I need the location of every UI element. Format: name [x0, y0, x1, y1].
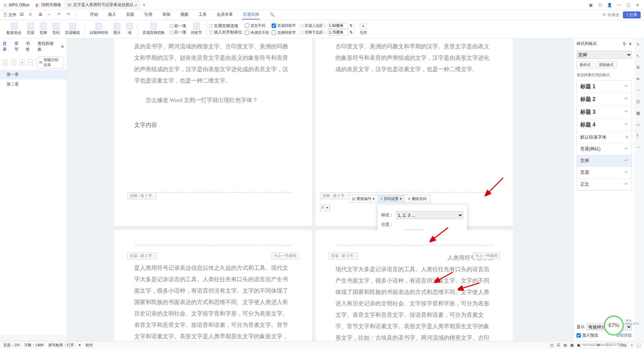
- theme-icon[interactable]: ⬡: [598, 3, 602, 7]
- tool-overflow-icon[interactable]: ⋯: [636, 145, 642, 151]
- view-mode-icon[interactable]: ▣: [577, 343, 580, 347]
- tool-review-icon[interactable]: ☑: [636, 99, 642, 105]
- inp-footer-bottom[interactable]: [328, 30, 348, 36]
- view-mode-icon[interactable]: ◫: [550, 343, 553, 347]
- pagenum-indicator[interactable]: #▾: [320, 204, 330, 211]
- menu-insert[interactable]: 插入: [107, 10, 117, 19]
- tb-renumber[interactable]: ▤重新编号▾: [349, 195, 378, 202]
- menu-ref[interactable]: 引用: [144, 10, 153, 19]
- inp-header-top[interactable]: [328, 23, 348, 29]
- menu-home[interactable]: 开始: [89, 10, 99, 19]
- tab-add[interactable]: +: [140, 0, 148, 10]
- rbn-align-tab[interactable]: ⬚ 插入对齐制表位: [209, 30, 242, 35]
- tool-more-icon[interactable]: ⋯: [636, 88, 642, 94]
- style-header[interactable]: 页眉↵: [577, 167, 632, 179]
- nav-tab-find[interactable]: 查找和替换: [38, 41, 57, 52]
- close-icon[interactable]: ✕: [635, 3, 640, 7]
- nav-remove[interactable]: －: [28, 59, 33, 65]
- spin-btns[interactable]: ⇅: [350, 30, 353, 35]
- rbn-hf-options[interactable]: ⬚ 页眉页脚选项: [209, 23, 242, 29]
- rbn-header-line[interactable]: 页眉横线: [62, 23, 83, 35]
- chk-header-same[interactable]: 页眉同前节: [272, 22, 296, 29]
- menu-view[interactable]: 视图: [180, 10, 189, 19]
- rbn-same-prev[interactable]: 同前节: [188, 23, 205, 35]
- nav-smart-toc[interactable]: ⟳智能识别目录: [36, 56, 64, 68]
- close-icon[interactable]: ✕: [629, 42, 632, 46]
- share-button[interactable]: ⤴ 分享: [623, 11, 641, 18]
- style-heading1[interactable]: 标题 1↵: [577, 81, 632, 93]
- tool-help-icon[interactable]: ?: [636, 134, 642, 140]
- style-heading4[interactable]: 标题 4↵: [577, 119, 632, 132]
- tab-document[interactable]: W 文字是人类用符号记录表达信息以 ●: [64, 0, 140, 10]
- rbn-datetime[interactable]: 日期和时间: [87, 23, 111, 35]
- rbn-set-combo[interactable]: 配套组合: [4, 23, 24, 35]
- tool-navigation-icon[interactable]: ▭: [636, 122, 642, 128]
- style-heading3[interactable]: 标题 3↵: [577, 106, 632, 119]
- nav-add[interactable]: ＋: [19, 59, 24, 65]
- sb-words[interactable]: 字数：1488: [24, 343, 43, 348]
- tool-format-icon[interactable]: ≋: [636, 77, 642, 83]
- fullscreen-icon[interactable]: ⛶: [637, 343, 641, 347]
- toc-chapter-1[interactable]: 第一章: [0, 70, 67, 80]
- rbn-hf-switch[interactable]: 页眉页脚切换: [140, 23, 167, 35]
- rbn-field[interactable]: 域: [123, 23, 136, 35]
- rbn-next[interactable]: ⬚ 后一项: [169, 30, 186, 35]
- chk-preview[interactable]: 显示预览: [577, 333, 598, 338]
- nav-tab-toc[interactable]: 目录: [3, 41, 10, 52]
- tool-edit-icon[interactable]: ✎: [636, 42, 642, 48]
- rbn-prev[interactable]: ⬚ 前一项: [169, 23, 186, 29]
- export-icon[interactable]: ⎙: [29, 12, 35, 18]
- toc-chapter-2[interactable]: 第二章: [0, 80, 67, 89]
- rbn-pagenum[interactable]: 页码: [50, 23, 62, 35]
- appstore-icon[interactable]: ▣: [588, 3, 593, 7]
- rbn-close[interactable]: ✕关闭: [357, 23, 370, 35]
- style-heading2[interactable]: 标题 2↵: [577, 93, 632, 106]
- pin-icon[interactable]: ⚲: [623, 42, 626, 46]
- rbn-picture[interactable]: 图片: [111, 23, 123, 35]
- sel-style[interactable]: 1, 2, 3 ...: [396, 211, 463, 219]
- avatar-icon[interactable]: 👤: [607, 3, 612, 7]
- tool-settings-icon[interactable]: ⚙: [636, 65, 642, 71]
- maximize-icon[interactable]: ▢: [626, 3, 631, 7]
- menu-member[interactable]: 会员专享: [216, 10, 233, 19]
- sb-spell[interactable]: 拼写检查：打开: [48, 343, 74, 348]
- view-mode-icon[interactable]: ▤: [564, 343, 567, 347]
- tool-select-icon[interactable]: ↖: [636, 54, 642, 60]
- menu-header-footer[interactable]: 页眉页脚: [242, 10, 260, 19]
- current-style-select[interactable]: 页脚: [577, 51, 632, 59]
- save-icon[interactable]: 🖫: [20, 12, 26, 18]
- tool-layout-icon[interactable]: ▦: [636, 111, 642, 117]
- rbn-footer[interactable]: 页脚: [37, 23, 50, 35]
- zoom-in-icon[interactable]: ＋: [630, 343, 634, 348]
- redo-icon[interactable]: ↷: [67, 12, 73, 18]
- nav-tab-chapter[interactable]: 章节: [14, 41, 22, 52]
- search-icon[interactable]: 🔍: [270, 12, 276, 18]
- preview-icon[interactable]: ⎃: [48, 12, 54, 18]
- new-style-button[interactable]: 新样式: [577, 61, 594, 68]
- chk-odd-even-diff[interactable]: 奇偶页不同: [245, 30, 269, 36]
- tb-page-settings[interactable]: #页码设置▾: [378, 195, 405, 202]
- style-normal[interactable]: 正文↵: [577, 179, 632, 190]
- tab-templates[interactable]: ◧ 找稻壳模板: [33, 0, 64, 10]
- nav-close-icon[interactable]: ✕: [61, 44, 64, 49]
- tb-delete-pagenum[interactable]: ✕删除页码: [405, 195, 430, 202]
- minimize-icon[interactable]: —: [616, 3, 621, 7]
- nav-down[interactable]: ↓: [3, 59, 8, 65]
- view-mode-icon[interactable]: ▦: [570, 343, 574, 347]
- view-mode-icon[interactable]: ☰: [557, 343, 560, 347]
- rbn-header[interactable]: 页眉: [24, 23, 37, 35]
- undo-icon[interactable]: ↶: [57, 12, 63, 18]
- style-footer[interactable]: 页脚↵: [577, 155, 632, 167]
- menu-page[interactable]: 页面: [125, 10, 135, 19]
- chk-first-diff[interactable]: 首页不同: [245, 22, 269, 29]
- style-normal-web[interactable]: 普通(网站)↵: [577, 143, 632, 155]
- tab-wps-home[interactable]: ◇ WPS Office: [0, 0, 33, 10]
- nav-up[interactable]: ↑: [11, 59, 16, 65]
- file-menu[interactable]: 三 文件: [3, 12, 16, 18]
- nav-tab-bookmark[interactable]: 书签: [26, 41, 34, 52]
- menu-review[interactable]: 审阅: [162, 10, 171, 19]
- document-canvas[interactable]: 及的圣书字、两河流域的楔形文字、古印度文字、美洲的玛雅文和早期的汉字。赵依依意音…: [67, 38, 574, 341]
- pending-changes[interactable]: ⟳ 有修改: [603, 12, 619, 18]
- style-default-font[interactable]: 默认段落字体a: [577, 132, 632, 143]
- spin-btns[interactable]: ⇅: [350, 23, 353, 28]
